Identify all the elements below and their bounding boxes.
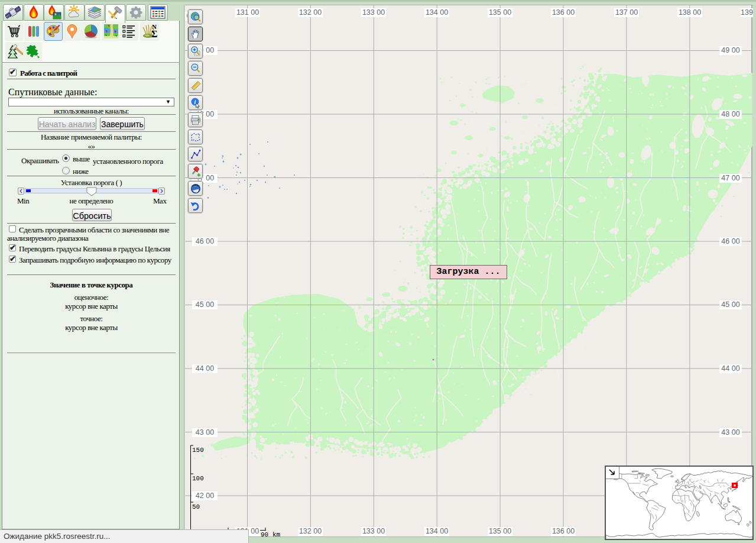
- svg-text:50: 50: [192, 503, 200, 510]
- svg-text:150: 150: [192, 447, 204, 454]
- svg-text:km: km: [272, 531, 281, 537]
- svg-text:i: i: [194, 98, 196, 105]
- svg-text:100: 100: [192, 475, 204, 482]
- svg-text:Σ: Σ: [151, 29, 157, 39]
- svg-text:90: 90: [261, 531, 268, 537]
